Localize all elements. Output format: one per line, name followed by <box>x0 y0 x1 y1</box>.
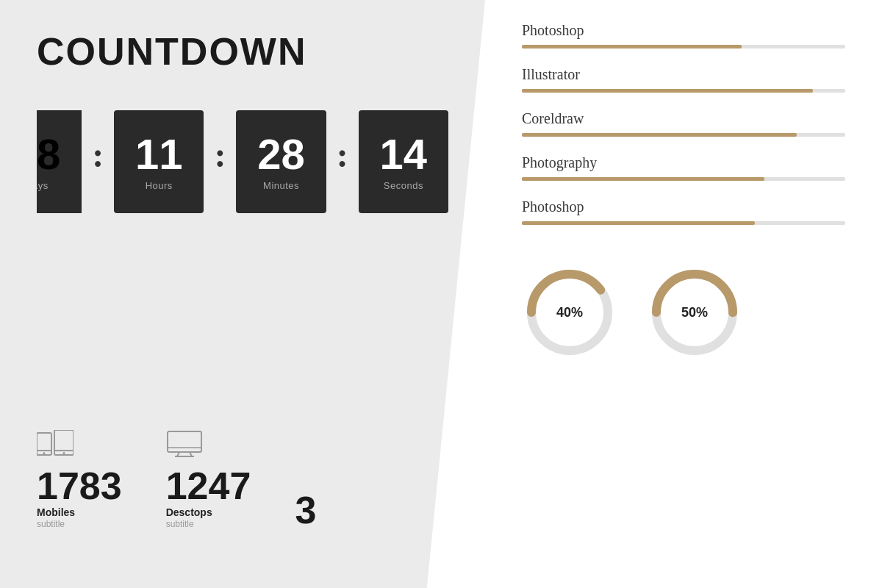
skill-bar-bg-0 <box>522 45 845 49</box>
donut-label-1: 50% <box>681 305 708 320</box>
left-panel: COUNTDOWN 08 Days : 11 Hours : 28 Minute… <box>0 0 485 588</box>
stats-row: 1783 Mobiles subtitle 1247 Desctops subt… <box>37 430 354 529</box>
mobile-icon <box>37 430 74 461</box>
donut-0: 40% <box>522 265 617 360</box>
timer-seconds-value: 14 <box>380 133 428 176</box>
stat-desktops: 1247 Desctops subtitle <box>166 430 251 529</box>
timer-seconds-block: 14 Seconds <box>359 110 448 213</box>
skill-item-4: Photoshop <box>522 198 845 225</box>
stat-mobiles-subtitle: subtitle <box>37 519 65 529</box>
svg-point-5 <box>63 452 65 454</box>
skill-bar-fill-1 <box>522 89 813 93</box>
stat-desktops-title: Desctops <box>166 506 212 518</box>
skill-bar-fill-3 <box>522 177 764 181</box>
countdown-title: COUNTDOWN <box>37 29 448 74</box>
timer-days-value: 08 <box>37 133 60 176</box>
stat-mobiles-title: Mobiles <box>37 506 75 518</box>
timer-hours-value: 11 <box>135 133 183 176</box>
timer-row: 08 Days : 11 Hours : 28 Minutes : 14 Sec… <box>37 110 448 213</box>
timer-days-label: Days <box>37 180 49 191</box>
timer-days-partial: 08 Days <box>37 110 82 213</box>
skill-name-0: Photoshop <box>522 22 845 39</box>
stat-other-partial: 3 <box>295 491 354 529</box>
donut-1: 50% <box>647 265 742 360</box>
skill-bar-bg-1 <box>522 89 845 93</box>
colon-3: : <box>337 135 348 190</box>
skill-item-3: Photography <box>522 154 845 181</box>
skill-bar-fill-4 <box>522 221 755 225</box>
svg-rect-0 <box>37 433 51 455</box>
skill-name-2: Coreldraw <box>522 110 845 127</box>
donuts-section: 40% 50% <box>522 257 845 360</box>
timer-minutes-value: 28 <box>257 133 305 176</box>
stat-mobiles: 1783 Mobiles subtitle <box>37 430 122 529</box>
timer-hours-block: 11 Hours <box>114 110 204 213</box>
desktop-icon <box>166 430 203 461</box>
skill-item-0: Photoshop <box>522 22 845 49</box>
timer-seconds-label: Seconds <box>384 180 423 191</box>
stat-other-number: 3 <box>295 491 316 529</box>
skill-item-1: Illustrator <box>522 66 845 93</box>
donut-label-0: 40% <box>556 305 583 320</box>
skill-name-3: Photography <box>522 154 845 171</box>
skill-bar-fill-2 <box>522 133 797 137</box>
timer-hours-label: Hours <box>146 180 173 191</box>
svg-point-2 <box>43 452 46 454</box>
skill-item-2: Coreldraw <box>522 110 845 137</box>
timer-minutes-label: Minutes <box>263 180 299 191</box>
skill-name-4: Photoshop <box>522 198 845 215</box>
skill-bar-bg-3 <box>522 177 845 181</box>
colon-1: : <box>92 135 104 190</box>
stat-desktops-number: 1247 <box>166 467 251 505</box>
stat-desktops-subtitle: subtitle <box>166 519 194 529</box>
svg-rect-6 <box>168 431 201 452</box>
skill-name-1: Illustrator <box>522 66 845 83</box>
skills-section: Photoshop Illustrator Coreldraw Photogra… <box>522 22 845 243</box>
skill-bar-bg-2 <box>522 133 845 137</box>
timer-minutes-block: 28 Minutes <box>236 110 326 213</box>
stat-mobiles-number: 1783 <box>37 467 122 505</box>
colon-2: : <box>214 135 226 190</box>
right-panel: Photoshop Illustrator Coreldraw Photogra… <box>485 0 882 588</box>
skill-bar-bg-4 <box>522 221 845 225</box>
skill-bar-fill-0 <box>522 45 742 49</box>
